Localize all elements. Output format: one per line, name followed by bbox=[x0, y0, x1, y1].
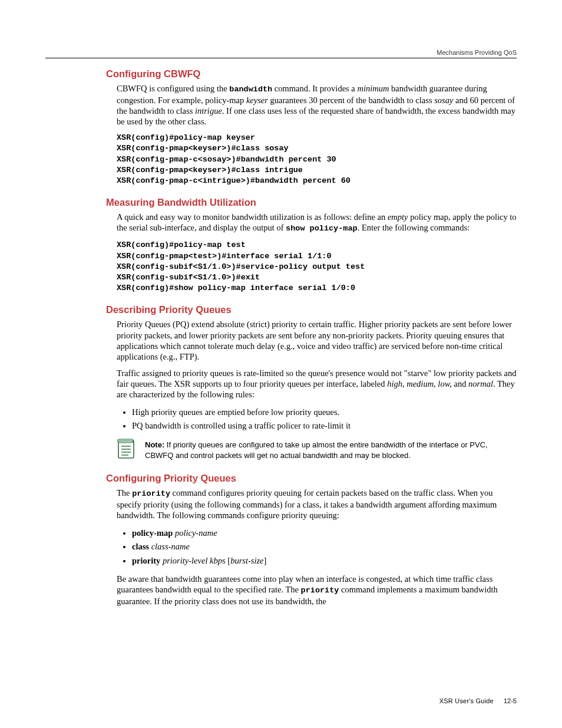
footer-page-number: 12-5 bbox=[504, 697, 517, 704]
list-item: High priority queues are emptied before … bbox=[132, 406, 517, 419]
code-block: XSR(config)#policy-map keyser XSR(config… bbox=[117, 133, 517, 186]
footer-label: XSR User's Guide bbox=[439, 697, 494, 704]
section-body: The priority command configures priority… bbox=[117, 487, 517, 606]
inline-command: bandwidth bbox=[229, 85, 272, 94]
note-text: Note: If priority queues are configured … bbox=[145, 440, 517, 460]
page: Mechanisms Providing QoS Configuring CBW… bbox=[0, 0, 562, 728]
bullet-list: policy-map policy-name class class-name … bbox=[117, 526, 517, 567]
heading-describing-priority-queues: Describing Priority Queues bbox=[106, 304, 517, 315]
paragraph: Priority Queues (PQ) extend absolute (st… bbox=[117, 319, 517, 362]
note-icon bbox=[117, 439, 137, 462]
page-footer: XSR User's Guide 12-5 bbox=[439, 697, 517, 704]
inline-command: priority bbox=[301, 586, 339, 595]
list-item: PQ bandwidth is controlled using a traff… bbox=[132, 419, 517, 433]
running-head: Mechanisms Providing QoS bbox=[437, 49, 517, 56]
list-item: priority priority-level kbps [burst-size… bbox=[132, 554, 517, 568]
paragraph: Be aware that bandwidth guarantees come … bbox=[117, 574, 517, 607]
heading-configuring-priority-queues: Configuring Priority Queues bbox=[106, 473, 517, 484]
inline-command: show policy-map bbox=[286, 224, 358, 233]
list-item: policy-map policy-name bbox=[132, 526, 517, 540]
note-block: Note: If priority queues are configured … bbox=[117, 439, 517, 462]
paragraph: A quick and easy way to monitor bandwidt… bbox=[117, 212, 517, 234]
section-body: A quick and easy way to monitor bandwidt… bbox=[117, 212, 517, 294]
inline-command: priority bbox=[132, 489, 170, 498]
section-body: CBWFQ is configured using the bandwidth … bbox=[117, 83, 517, 186]
page-content: Configuring CBWFQ CBWFQ is configured us… bbox=[106, 49, 517, 607]
list-item: class class-name bbox=[132, 540, 517, 554]
heading-measuring-bandwidth: Measuring Bandwidth Utilization bbox=[106, 197, 517, 208]
header-rule bbox=[45, 58, 517, 58]
code-block: XSR(config)#policy-map test XSR(config-p… bbox=[117, 240, 517, 294]
paragraph: CBWFQ is configured using the bandwidth … bbox=[117, 83, 517, 127]
heading-configuring-cbwfq: Configuring CBWFQ bbox=[106, 68, 517, 80]
bullet-list: High priority queues are emptied before … bbox=[117, 406, 517, 433]
paragraph: The priority command configures priority… bbox=[117, 487, 517, 521]
paragraph: Traffic assigned to priority queues is r… bbox=[117, 368, 517, 400]
section-body: Priority Queues (PQ) extend absolute (st… bbox=[117, 319, 517, 462]
